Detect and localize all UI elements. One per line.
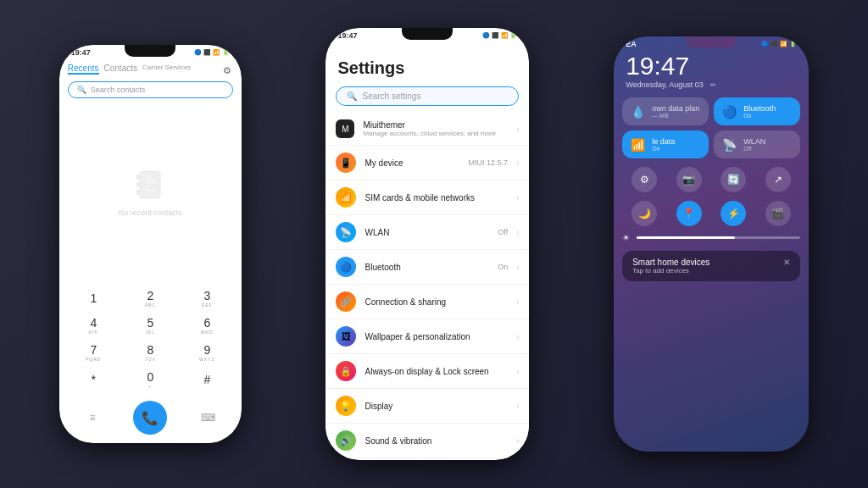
bt-tile-name: Bluetooth [743, 104, 776, 113]
qs-btn-rotate[interactable]: 🔄 [721, 167, 746, 192]
wallpaper-text: Wallpaper & personalization [364, 332, 508, 341]
arrow-icon: › [516, 263, 519, 272]
settings-item-display[interactable]: 💡 Display › [326, 389, 529, 424]
dial-key-0[interactable]: 0+ [123, 367, 178, 392]
smart-home-card[interactable]: Smart home devices Tap to add devices ✕ [622, 251, 800, 281]
miui-icon: M [336, 119, 354, 138]
data-plan-status: — MB [652, 113, 699, 119]
brightness-bar[interactable] [637, 236, 800, 239]
sim-text: SIM cards & mobile networks [364, 193, 508, 202]
wlan-icon: 📡 [336, 222, 356, 242]
tab-carrier[interactable]: Carrier Services [142, 64, 191, 75]
dial-key-8[interactable]: 8TUV [123, 340, 178, 365]
status-icons: 🔵 ⬛ 📶 🔋 [482, 32, 518, 39]
qs-tile-mobile-data[interactable]: 📶 le data On [622, 130, 709, 158]
contact-search-bar[interactable]: 🔍 Search contacts [68, 81, 233, 98]
qs-date: Wednesday, August 03 ✏ [614, 80, 809, 94]
dial-key-2[interactable]: 2ABC [123, 286, 178, 311]
call-button[interactable]: 📞 [133, 401, 167, 435]
qs-time: 19:47 [614, 50, 809, 80]
gear-button[interactable]: ⚙ [223, 65, 231, 76]
display-text: Display [364, 402, 508, 411]
smart-home-text: Smart home devices Tap to add devices [632, 258, 709, 274]
settings-item-sound[interactable]: 🔊 Sound & vibration › [326, 424, 529, 458]
arrow-icon: › [516, 125, 519, 134]
dial-key-5[interactable]: 5JKL [123, 313, 178, 338]
wlan-text: WLAN [364, 228, 489, 237]
device-title: My device [364, 158, 459, 168]
data-plan-name: own data plan [652, 104, 699, 113]
settings-item-bt[interactable]: 🔵 Bluetooth On › [326, 250, 529, 285]
dialpad: 1 2ABC 3DEF 4GHI 5JKL 6MNO 7PQRS 8TUV 9W… [59, 282, 242, 396]
settings-item-lock[interactable]: 🔒 Always-on display & Lock screen › [326, 354, 529, 389]
phone-settings: 19:47 🔵 ⬛ 📶 🔋 Settings 🔍 Search settings… [326, 28, 529, 460]
qs-tile-data-plan[interactable]: 💧 own data plan — MB [622, 97, 709, 125]
dial-key-4[interactable]: 4GHI [66, 313, 121, 338]
scene: 19:47 🔵 ⬛ 📶 🔋 ⚙ Recents Contacts Carrier… [0, 0, 868, 488]
conn-text: Connection & sharing [364, 297, 508, 307]
qs-btn-flashlight[interactable]: ⚙ [632, 167, 657, 192]
settings-item-sim[interactable]: 📶 SIM cards & mobile networks › [326, 180, 529, 215]
settings-item-conn[interactable]: 🔗 Connection & sharing › [326, 285, 529, 319]
dial-key-7[interactable]: 7PQRS [66, 340, 121, 365]
mobile-data-name: le data [652, 137, 675, 146]
qs-btn-camera[interactable]: 📷 [676, 167, 702, 192]
notch [402, 28, 453, 40]
phone-quick-settings: EA 🔵 ⬛ 📶 🔋 19:47 Wednesday, August 03 ✏ … [614, 36, 809, 452]
status-left-label: EA [626, 40, 637, 48]
arrow-icon: › [516, 402, 519, 411]
settings-title: Settings [326, 42, 529, 83]
miui-sub: Manage accounts, cloud services, and mor… [363, 130, 508, 137]
settings-item-device[interactable]: 📱 My device MIUI 12.5.7 › [326, 146, 529, 180]
bt-value: On [498, 263, 508, 271]
settings-item-wallpaper[interactable]: 🖼 Wallpaper & personalization › [326, 319, 529, 354]
settings-search-bar[interactable]: 🔍 Search settings [336, 86, 519, 106]
data-plan-text: own data plan — MB [652, 104, 699, 119]
wallpaper-icon: 🖼 [336, 326, 356, 347]
keypad-button[interactable]: ⌨ [197, 406, 220, 430]
dial-key-1[interactable]: 1 [66, 286, 121, 311]
qs-btn-night[interactable]: 🌙 [632, 201, 657, 226]
date-text: Wednesday, August 03 [626, 80, 704, 89]
dial-key-3[interactable]: 3DEF [180, 286, 235, 311]
arrow-icon: › [516, 367, 519, 376]
qs-btn-video[interactable]: 🎬 [765, 201, 791, 226]
brightness-control[interactable]: ☀ [614, 230, 809, 246]
tab-contacts[interactable]: Contacts [104, 64, 137, 75]
dial-key-hash[interactable]: # [180, 367, 235, 392]
wallpaper-title: Wallpaper & personalization [364, 332, 508, 341]
qs-btn-power-save[interactable]: ⚡ [721, 201, 746, 226]
edit-icon[interactable]: ✏ [710, 81, 716, 89]
bt-title: Bluetooth [364, 263, 489, 272]
settings-list: M Miuithemer Manage accounts, cloud serv… [326, 113, 529, 460]
conn-icon: 🔗 [336, 291, 356, 312]
arrow-icon: › [516, 297, 519, 307]
qs-screen-container: EA 🔵 ⬛ 📶 🔋 19:47 Wednesday, August 03 ✏ … [614, 36, 809, 452]
qs-btn-share[interactable]: ↗ [765, 167, 791, 192]
bt-tile-status: On [743, 113, 776, 119]
settings-item-miui[interactable]: M Miuithemer Manage accounts, cloud serv… [326, 113, 529, 146]
close-icon[interactable]: ✕ [783, 258, 790, 267]
dialer-screen: 19:47 🔵 ⬛ 📶 🔋 ⚙ Recents Contacts Carrier… [59, 45, 242, 443]
wlan-icon: 📡 [722, 138, 737, 152]
conn-title: Connection & sharing [364, 297, 508, 307]
qs-tile-bluetooth[interactable]: 🔵 Bluetooth On [714, 97, 800, 125]
dial-key-star[interactable]: * [66, 367, 121, 392]
qs-btn-location[interactable]: 📍 [676, 201, 702, 226]
status-icons: 🔵 ⬛ 📶 🔋 [761, 41, 797, 47]
dial-key-6[interactable]: 6MNO [180, 313, 235, 338]
tab-recents[interactable]: Recents [68, 64, 99, 75]
notch [686, 36, 737, 48]
svg-point-4 [146, 177, 154, 186]
status-time: 19:47 [71, 48, 91, 57]
device-value: MIUI 12.5.7 [469, 158, 509, 167]
dial-key-9[interactable]: 9WXYZ [180, 340, 235, 365]
settings-item-wlan[interactable]: 📡 WLAN Off › [326, 215, 529, 250]
smart-home-sub: Tap to add devices [632, 267, 709, 274]
data-plan-icon: 💧 [631, 105, 645, 119]
qs-tile-wlan[interactable]: 📡 WLAN Off [714, 130, 800, 158]
bt-icon: 🔵 [722, 105, 737, 119]
search-icon: 🔍 [347, 92, 357, 101]
device-icon: 📱 [336, 152, 356, 173]
menu-button[interactable]: ≡ [81, 406, 104, 430]
